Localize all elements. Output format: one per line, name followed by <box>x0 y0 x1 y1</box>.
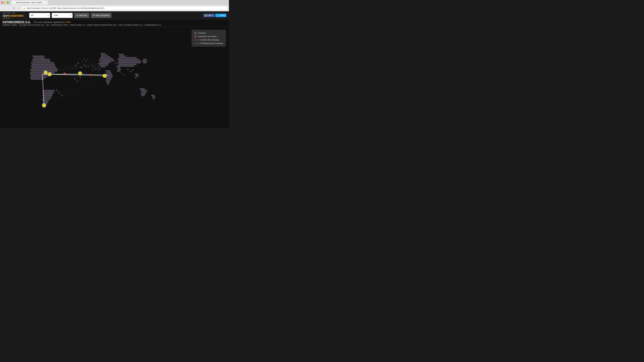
svg-point-427 <box>118 67 120 68</box>
svg-point-244 <box>102 56 104 58</box>
svg-point-397 <box>154 96 155 98</box>
logo-area: Made with from opencorporates <box>2 12 24 18</box>
svg-point-117 <box>38 70 39 72</box>
control-chain: CONTROL CHAIN: GOLDMAN SACHS GROUP, INC.… <box>2 24 226 26</box>
minimize-button[interactable] <box>4 1 6 3</box>
svg-point-403 <box>108 72 110 73</box>
svg-point-63 <box>50 63 51 65</box>
svg-point-76 <box>47 65 49 67</box>
svg-point-299 <box>127 57 128 59</box>
svg-point-54 <box>35 63 37 65</box>
svg-point-385 <box>146 90 147 91</box>
svg-point-289 <box>122 54 124 55</box>
svg-point-29 <box>36 60 38 62</box>
svg-point-223 <box>44 100 46 101</box>
svg-point-2 <box>32 55 34 57</box>
svg-point-101 <box>38 68 40 70</box>
svg-point-402 <box>106 72 108 73</box>
svg-point-55 <box>37 63 38 65</box>
svg-point-37 <box>49 60 50 62</box>
svg-point-178 <box>31 78 32 80</box>
svg-point-172 <box>37 77 38 78</box>
svg-point-95 <box>55 67 56 68</box>
refresh-button[interactable]: ↻ <box>12 6 16 10</box>
address-bar[interactable]: 🔒 OpenCorporates (Chrinon Ltd) [GB] http… <box>22 6 228 10</box>
svg-point-115 <box>34 70 36 72</box>
hide-links-icon: ⇌ <box>76 14 78 16</box>
svg-point-100 <box>37 68 38 70</box>
country-highlight: Chile <box>66 21 70 23</box>
svg-point-293 <box>124 55 126 57</box>
svg-point-52 <box>32 63 33 65</box>
hide-links-button[interactable]: ⇌ Hide links <box>74 13 89 18</box>
svg-point-361 <box>124 65 126 67</box>
tab-close-button[interactable]: ✕ <box>44 2 46 3</box>
svg-point-417 <box>106 78 108 80</box>
svg-point-295 <box>120 57 122 59</box>
svg-point-45 <box>42 62 44 63</box>
svg-point-424 <box>108 81 110 83</box>
svg-point-181 <box>36 78 38 80</box>
svg-point-192 <box>53 90 54 91</box>
svg-point-147 <box>35 73 37 75</box>
legend-controlled-label: Controlled by this company <box>200 42 223 44</box>
forward-button[interactable]: → <box>6 6 11 10</box>
svg-point-528 <box>42 104 46 107</box>
svg-point-362 <box>126 65 128 67</box>
svg-point-341 <box>132 62 134 63</box>
svg-point-428 <box>118 68 119 70</box>
svg-point-426 <box>117 67 118 68</box>
browser-tab[interactable]: 📄 OpenCorporates | How comple... ✕ <box>11 1 48 4</box>
svg-point-241 <box>104 54 106 56</box>
tw-icon: 🐦 <box>217 14 219 16</box>
company-dropdown[interactable]: BP Goldman Sachs <box>29 13 50 18</box>
svg-point-404 <box>110 72 111 73</box>
back-button[interactable]: ← <box>1 6 5 10</box>
svg-point-177 <box>45 77 46 78</box>
svg-point-380 <box>142 88 143 90</box>
svg-point-379 <box>140 88 142 90</box>
logo-text: opencorporates <box>2 14 24 17</box>
svg-point-527 <box>103 74 106 77</box>
svg-point-248 <box>109 56 110 58</box>
facebook-like-button[interactable]: 👍 Like 0 <box>203 14 214 17</box>
svg-point-388 <box>145 91 146 93</box>
svg-point-423 <box>106 81 108 83</box>
hide-companies-button[interactable]: ⚑ Hide companies <box>91 13 112 18</box>
twitter-tweet-button[interactable]: 🐦 Tweet <box>215 14 226 17</box>
svg-point-129 <box>30 72 32 73</box>
svg-point-10 <box>35 57 37 59</box>
svg-point-97 <box>32 68 33 70</box>
logo-tagline: Made with from <box>2 12 16 14</box>
svg-point-189 <box>48 90 50 91</box>
country-dropdown-wrapper[interactable]: Chile United States United Kingdom ▼ <box>52 13 73 18</box>
legend-tax-haven: Company in tax haven <box>194 35 223 37</box>
close-button[interactable] <box>1 1 3 3</box>
svg-point-303 <box>133 57 135 59</box>
svg-point-316 <box>136 59 137 60</box>
svg-point-113 <box>31 70 32 72</box>
company-info-line: DATABUSINESS S.A. The only subsidiary re… <box>2 20 226 24</box>
home-button[interactable]: ⌂ <box>17 6 20 10</box>
svg-point-252 <box>104 58 106 59</box>
svg-point-31 <box>39 60 41 62</box>
svg-point-306 <box>119 59 121 60</box>
svg-point-171 <box>35 77 37 78</box>
company-dropdown-wrapper[interactable]: BP Goldman Sachs ▼ <box>29 13 50 18</box>
svg-point-374 <box>135 73 136 75</box>
hide-companies-label: Hide companies <box>96 14 109 16</box>
svg-point-389 <box>141 93 142 95</box>
svg-point-11 <box>37 57 38 59</box>
svg-point-396 <box>152 96 154 98</box>
country-dropdown[interactable]: Chile United States United Kingdom <box>52 13 73 18</box>
nav-bar: ← → ↻ ⌂ 🔒 OpenCorporates (Chrinon Ltd) [… <box>0 5 229 11</box>
viz-area[interactable]: Company Company in tax haven Controls th… <box>0 27 229 128</box>
svg-point-360 <box>123 65 124 67</box>
maximize-button[interactable] <box>7 1 9 3</box>
svg-point-116 <box>36 70 38 72</box>
svg-point-33 <box>42 60 44 62</box>
company-title: DATABUSINESS S.A. <box>2 20 31 23</box>
svg-point-336 <box>124 62 126 63</box>
tw-label: Tweet <box>220 14 225 16</box>
svg-point-67 <box>32 65 34 67</box>
